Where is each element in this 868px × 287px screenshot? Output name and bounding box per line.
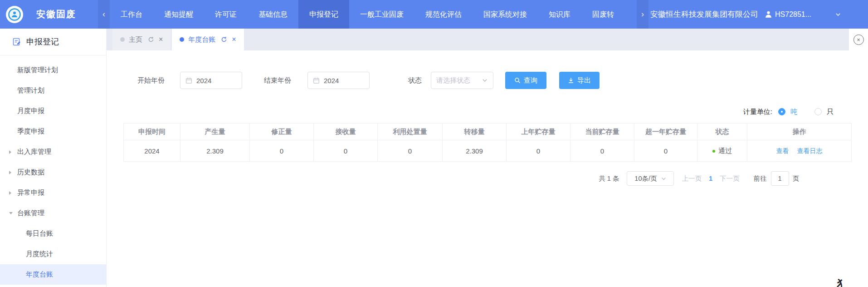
col-current-storage: 当前贮存量 <box>571 124 634 140</box>
col-corrected: 修正量 <box>250 124 314 140</box>
page-size-select[interactable]: 10条/页 <box>627 171 674 186</box>
sidebar-item-abnormal-declaration[interactable]: 异常申报 <box>0 183 106 203</box>
partial-floating-widget: 犭 <box>837 277 848 287</box>
close-icon[interactable]: × <box>232 36 236 43</box>
sidebar-item-annual-ledger[interactable]: 年度台账 <box>0 264 106 285</box>
sidebar-item-mgmt-plan[interactable]: 管理计划 <box>0 80 106 101</box>
export-icon <box>568 77 574 84</box>
col-declaration-time: 申报时间 <box>124 124 180 140</box>
tab-bar: 主页 × 年度台账 × × <box>107 29 868 50</box>
menu-item-waste-transfer[interactable]: 固废转 <box>581 0 625 29</box>
export-button-label: 导出 <box>577 76 591 85</box>
col-status: 状态 <box>697 124 747 140</box>
page-unit-label: 页 <box>793 174 800 183</box>
sidebar-item-quarterly-declaration[interactable]: 季度申报 <box>0 121 106 142</box>
calendar-icon <box>313 77 320 84</box>
col-received: 接收量 <box>314 124 378 140</box>
unit-radio-piece[interactable]: 只 <box>814 108 834 116</box>
sidebar-item-new-mgmt-plan[interactable]: 新版管理计划 <box>0 60 106 80</box>
sidebar-item-label: 台账管理 <box>17 209 44 218</box>
tab-annual-ledger[interactable]: 年度台账 × <box>172 29 244 50</box>
cell-status: 通过 <box>697 140 747 162</box>
start-year-label: 开始年份 <box>137 72 165 89</box>
cell-transferred: 2.309 <box>443 140 507 162</box>
sidebar-item-daily-ledger[interactable]: 每日台账 <box>0 223 106 244</box>
company-name: 安徽恒生科技发展集团有限公司 <box>650 9 758 20</box>
triangle-right-icon <box>9 171 11 174</box>
sidebar-item-monthly-stats[interactable]: 月度统计 <box>0 244 106 264</box>
sidebar-item-label: 出入库管理 <box>17 148 51 156</box>
menu-item-license[interactable]: 许可证 <box>204 0 248 29</box>
menu-item-workbench[interactable]: 工作台 <box>110 0 153 29</box>
nav-scroll-right-icon[interactable]: › <box>637 0 649 29</box>
next-page-button[interactable]: 下一页 <box>720 174 740 183</box>
sidebar-title: 申报登记 <box>0 29 106 55</box>
username[interactable]: HS72851... <box>775 10 811 19</box>
chevron-down-icon <box>661 176 667 182</box>
triangle-down-icon <box>9 212 13 214</box>
export-button[interactable]: 导出 <box>559 72 600 89</box>
sidebar-item-label: 历史数据 <box>17 168 44 177</box>
sidebar-menu: 新版管理计划 管理计划 月度申报 季度申报 出入库管理 历史数据 异常申报 台账… <box>0 55 106 285</box>
search-button[interactable]: 查询 <box>505 72 546 89</box>
col-prev-year-storage: 上年贮存量 <box>507 124 571 140</box>
refresh-icon[interactable] <box>221 36 227 43</box>
menu-item-knowledge-base[interactable]: 知识库 <box>538 0 581 29</box>
unit-option-label: 只 <box>827 108 834 116</box>
main-content: 开始年份 2024 结束年份 2024 状态 请选择状态 <box>107 50 868 287</box>
main-menu: 工作台 通知提醒 许可证 基础信息 申报登记 一般工业固废 规范化评估 国家系统… <box>110 0 637 29</box>
goto-label: 前往 <box>754 174 767 183</box>
close-all-tabs-button[interactable]: × <box>849 29 868 50</box>
col-over-one-year-storage: 超一年贮存量 <box>634 124 697 140</box>
table-row: 2024 2.309 0 0 0 2.309 0 0 0 通过 <box>124 140 852 162</box>
sidebar-item-monthly-declaration[interactable]: 月度申报 <box>0 101 106 121</box>
chevron-down-icon <box>482 77 488 84</box>
view-link[interactable]: 查看 <box>776 147 789 154</box>
menu-item-basic-info[interactable]: 基础信息 <box>248 0 298 29</box>
sidebar-item-ledger-management[interactable]: 台账管理 <box>0 203 106 223</box>
radio-unselected-icon <box>814 108 822 115</box>
unit-option-label: 吨 <box>790 108 797 116</box>
end-year-label: 结束年份 <box>264 72 291 89</box>
calendar-icon <box>185 77 192 84</box>
menu-item-standard-assessment[interactable]: 规范化评估 <box>414 0 473 29</box>
status-placeholder: 请选择状态 <box>436 76 470 85</box>
sidebar-title-label: 申报登记 <box>26 36 59 47</box>
menu-item-notifications[interactable]: 通知提醒 <box>153 0 204 29</box>
nav-scroll-left-icon[interactable]: ‹ <box>98 0 110 29</box>
sidebar-item-label: 异常申报 <box>17 188 44 197</box>
close-icon[interactable]: × <box>159 36 163 43</box>
current-page-button[interactable]: 1 <box>709 175 712 182</box>
start-year-input[interactable]: 2024 <box>180 72 242 89</box>
status-select[interactable]: 请选择状态 <box>431 72 493 89</box>
cell-received: 0 <box>314 140 378 162</box>
menu-item-general-industrial-waste[interactable]: 一般工业固废 <box>349 0 414 29</box>
sidebar: 申报登记 新版管理计划 管理计划 月度申报 季度申报 出入库管理 历史数据 异常… <box>0 29 107 287</box>
tab-home-label: 主页 <box>129 35 142 44</box>
cell-over-one-year-storage: 0 <box>634 140 697 162</box>
cell-current-storage: 0 <box>571 140 634 162</box>
prev-page-button[interactable]: 上一页 <box>682 174 702 183</box>
cell-actions: 查看 查看日志 <box>747 140 852 162</box>
end-year-input[interactable]: 2024 <box>307 72 370 89</box>
tab-home[interactable]: 主页 × <box>112 29 171 50</box>
menu-item-declaration[interactable]: 申报登记 <box>298 0 349 29</box>
tab-status-dot <box>180 37 184 42</box>
user-menu-chevron-icon[interactable] <box>835 11 841 18</box>
cell-generated: 2.309 <box>180 140 250 162</box>
top-navbar: 安徽固废 ‹ 工作台 通知提醒 许可证 基础信息 申报登记 一般工业固废 规范化… <box>0 0 868 29</box>
unit-radio-ton[interactable]: 吨 <box>778 108 797 116</box>
view-log-link[interactable]: 查看日志 <box>797 147 823 154</box>
sidebar-item-inout-warehouse[interactable]: 出入库管理 <box>0 142 106 162</box>
goto-page-input[interactable]: 1 <box>771 171 789 186</box>
menu-item-national-system[interactable]: 国家系统对接 <box>473 0 538 29</box>
refresh-icon[interactable] <box>148 36 154 43</box>
sidebar-item-history-data[interactable]: 历史数据 <box>0 162 106 183</box>
start-year-value: 2024 <box>196 77 211 84</box>
end-year-value: 2024 <box>324 77 339 84</box>
total-count: 共 1 条 <box>599 174 619 183</box>
cell-corrected: 0 <box>250 140 314 162</box>
cell-prev-year-storage: 0 <box>507 140 571 162</box>
radio-selected-icon <box>778 108 785 115</box>
page-size-value: 10条/页 <box>634 174 657 183</box>
